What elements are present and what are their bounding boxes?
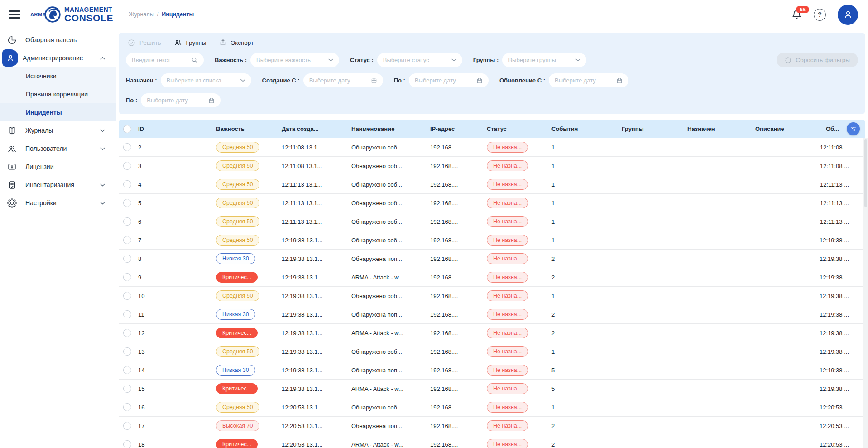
created-to-date-input[interactable]: Выберите дату — [409, 73, 489, 87]
column-header-ip[interactable]: IP-адрес — [422, 125, 479, 132]
table-row[interactable]: 13Средняя 5012:19:38 13.1...Обнаружено с… — [119, 342, 865, 361]
assigned-label: Назначен : — [126, 77, 157, 84]
cell-status: Не назна... — [479, 309, 544, 320]
menu-toggle-icon[interactable] — [9, 10, 20, 19]
row-checkbox[interactable] — [119, 310, 136, 318]
row-checkbox[interactable] — [119, 143, 136, 151]
table-row[interactable]: 11Низкая 3012:19:38 13.1...Обнаружена по… — [119, 305, 865, 324]
updated-from-date-input[interactable]: Выберите дату — [549, 73, 628, 87]
sidebar-item-administration[interactable]: Администрирование — [0, 49, 116, 67]
table-row[interactable]: 14Низкая 3012:19:38 13.1...Обнаружена по… — [119, 361, 865, 380]
created-from-date-input[interactable]: Выберите дату — [303, 73, 383, 87]
row-checkbox[interactable] — [119, 385, 136, 393]
sidebar-item-incidents[interactable]: Инциденты — [0, 103, 116, 121]
cell-id: 10 — [136, 293, 207, 299]
breadcrumb-separator: / — [157, 11, 158, 18]
row-checkbox[interactable] — [119, 162, 136, 170]
notifications-button[interactable]: 55 — [791, 9, 802, 20]
cell-updated: 12:20:53 ... — [818, 423, 865, 429]
row-checkbox[interactable] — [119, 366, 136, 374]
cell-id: 8 — [136, 255, 207, 262]
sidebar-item-correlation-rules[interactable]: Правила корреляции — [0, 85, 116, 103]
table-row[interactable]: 9Критичес...12:19:38 13.1...ARMA - Attac… — [119, 268, 865, 287]
table-row[interactable]: 4Средняя 5012:11:13 13.1...Обнаружено со… — [119, 175, 865, 194]
updated-to-date-input[interactable]: Выберите дату — [141, 93, 221, 107]
breadcrumb-journals[interactable]: Журналы — [129, 11, 154, 18]
cell-name: Обнаружено соб... — [343, 237, 422, 244]
status-select[interactable]: Выберите статус — [377, 53, 462, 67]
severity-badge: Средняя 50 — [216, 346, 259, 357]
row-checkbox[interactable] — [119, 347, 136, 356]
column-header-severity[interactable]: Важность — [207, 125, 273, 132]
column-header-created[interactable]: Дата созда... — [273, 125, 343, 132]
reset-filters-button[interactable]: Сбросить фильтры — [777, 53, 858, 67]
select-all-checkbox[interactable] — [119, 125, 136, 133]
sidebar-item-inventory[interactable]: Инвентаризация — [0, 176, 116, 194]
table-row[interactable]: 8Низкая 3012:19:38 13.1...Обнаружена поп… — [119, 250, 865, 268]
row-checkbox[interactable] — [119, 403, 136, 411]
row-checkbox[interactable] — [119, 255, 136, 263]
assigned-select[interactable]: Выберите из списка — [161, 73, 251, 87]
sidebar-item-settings[interactable]: Настройки — [0, 194, 116, 212]
cell-created: 12:19:38 13.1... — [273, 348, 343, 355]
filter-panel: Решить Группы — [119, 33, 865, 114]
column-header-status[interactable]: Статус — [479, 125, 544, 132]
sidebar-item-sources[interactable]: Источники — [0, 67, 116, 85]
cell-ip: 192.168.... — [422, 255, 479, 262]
sidebar-item-journals[interactable]: Журналы — [0, 121, 116, 140]
column-header-id[interactable]: ID — [136, 125, 207, 132]
table-row[interactable]: 10Средняя 5012:19:38 13.1...Обнаружено с… — [119, 287, 865, 305]
importance-select[interactable]: Выберите важность — [250, 53, 339, 67]
sidebar-item-licenses[interactable]: Лицензии — [0, 158, 116, 176]
cell-name: ARMA - Attack - w... — [343, 385, 422, 392]
column-header-events[interactable]: События — [544, 125, 614, 132]
row-checkbox[interactable] — [119, 422, 136, 430]
column-header-assigned[interactable]: Назначен — [680, 125, 748, 132]
cell-name: Обнаружено соб... — [343, 181, 422, 188]
table-row[interactable]: 5Средняя 5012:11:13 13.1...Обнаружено со… — [119, 194, 865, 212]
table-row[interactable]: 7Средняя 5012:19:38 13.1...Обнаружено со… — [119, 231, 865, 250]
groups-select[interactable]: Выберите группы — [502, 53, 586, 67]
severity-badge: Средняя 50 — [216, 160, 259, 171]
table-row[interactable]: 3Средняя 5012:11:08 13.1...Обнаружено со… — [119, 157, 865, 175]
column-header-description[interactable]: Описание — [748, 125, 818, 132]
table-row[interactable]: 12Критичес...12:19:38 13.1...ARMA - Atta… — [119, 324, 865, 342]
status-badge: Не назна... — [487, 365, 528, 376]
status-badge: Не назна... — [487, 198, 528, 208]
severity-badge: Средняя 50 — [216, 216, 259, 227]
cell-status: Не назна... — [479, 160, 544, 171]
row-checkbox[interactable] — [119, 180, 136, 188]
table-row[interactable]: 17Высокая 7012:20:53 13.1...Обнаружена п… — [119, 417, 865, 435]
column-header-groups[interactable]: Группы — [614, 125, 680, 132]
row-checkbox[interactable] — [119, 273, 136, 281]
table-row[interactable]: 16Средняя 5012:20:53 13.1...Обнаружено с… — [119, 398, 865, 417]
topbar-actions: 55 ? — [791, 5, 858, 25]
question-mark-icon: ? — [818, 11, 822, 18]
cell-id: 4 — [136, 181, 207, 188]
row-checkbox[interactable] — [119, 199, 136, 207]
row-checkbox[interactable] — [119, 236, 136, 244]
row-checkbox[interactable] — [119, 292, 136, 300]
resolve-button[interactable]: Решить — [128, 39, 161, 47]
column-settings-button[interactable] — [847, 122, 860, 135]
sidebar-item-dashboard[interactable]: Обзорная панель — [0, 31, 116, 49]
cell-severity: Критичес... — [207, 383, 273, 394]
row-checkbox[interactable] — [119, 440, 136, 448]
table-row[interactable]: 18Критичес...12:20:53 13.1...ARMA - Atta… — [119, 435, 865, 448]
groups-button[interactable]: Группы — [174, 39, 206, 47]
table-row[interactable]: 6Средняя 5012:11:13 13.1...Обнаружено со… — [119, 212, 865, 231]
help-button[interactable]: ? — [814, 9, 826, 21]
table-row[interactable]: 15Критичес...12:19:38 13.1...ARMA - Atta… — [119, 380, 865, 398]
row-checkbox[interactable] — [119, 329, 136, 337]
sidebar-item-users[interactable]: Пользователи — [0, 140, 116, 158]
person-icon — [843, 10, 853, 19]
export-button[interactable]: Экспорт — [219, 39, 254, 47]
search-input[interactable]: Введите текст — [126, 53, 204, 67]
vertical-scrollbar[interactable] — [863, 138, 868, 448]
cell-created: 12:11:13 13.1... — [273, 218, 343, 225]
table-row[interactable]: 2Средняя 5012:11:08 13.1...Обнаружено со… — [119, 138, 865, 157]
cell-created: 12:11:08 13.1... — [273, 163, 343, 169]
user-avatar[interactable] — [838, 5, 858, 25]
row-checkbox[interactable] — [119, 217, 136, 226]
column-header-name[interactable]: Наименование — [343, 125, 422, 132]
